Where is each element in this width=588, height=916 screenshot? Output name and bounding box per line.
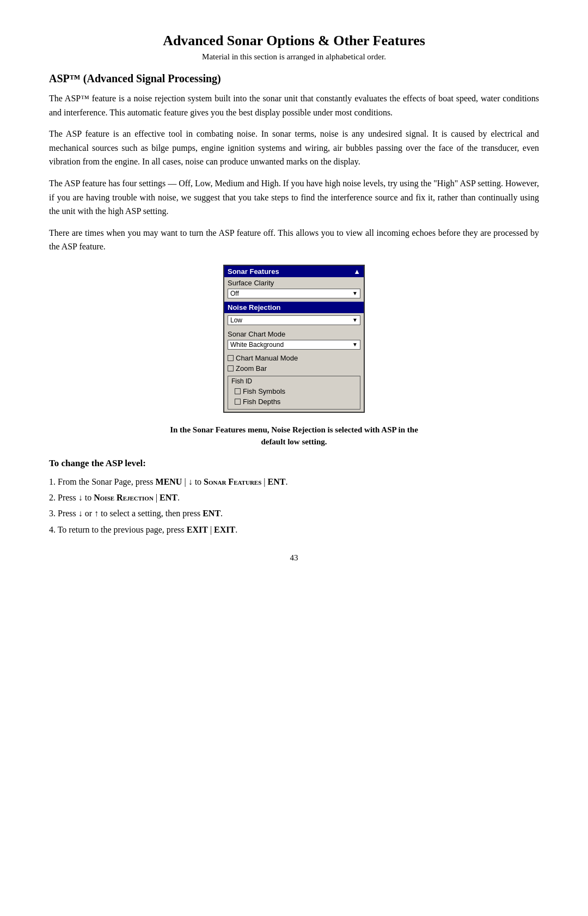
paragraph-1: The ASP™ feature is a noise rejection sy… <box>49 91 539 119</box>
sonar-chart-mode-dropdown-row[interactable]: White Background ▼ <box>224 339 364 351</box>
noise-rejection-dropdown-row[interactable]: Low ▼ <box>224 314 364 326</box>
step-1: 1. From the Sonar Page, press MENU | ↓ t… <box>49 474 539 489</box>
caption-line1: In the Sonar Features menu, Noise Reject… <box>170 425 418 434</box>
menu-caption: In the Sonar Features menu, Noise Reject… <box>49 424 539 448</box>
steps-list: 1. From the Sonar Page, press MENU | ↓ t… <box>49 474 539 537</box>
step-3: 3. Press ↓ or ↑ to select a setting, the… <box>49 506 539 521</box>
section-heading: ASP™ (Advanced Signal Processing) <box>49 72 539 85</box>
surface-clarity-dropdown[interactable]: Off ▼ <box>228 289 360 298</box>
fish-symbols-row[interactable]: Fish Symbols <box>231 386 357 396</box>
fish-symbols-label: Fish Symbols <box>243 387 285 395</box>
surface-clarity-arrow-icon: ▼ <box>352 290 358 296</box>
surface-clarity-label: Surface Clarity <box>224 277 364 288</box>
menu-title-text: Sonar Features <box>228 267 279 276</box>
fish-depths-checkbox[interactable] <box>235 399 241 405</box>
paragraph-4: There are times when you may want to tur… <box>49 226 539 254</box>
subtitle: Material in this section is arranged in … <box>49 52 539 62</box>
menu-title-bar: Sonar Features ▲ <box>224 266 364 277</box>
change-asp-heading: To change the ASP level: <box>49 458 539 469</box>
sonar-chart-mode-label: Sonar Chart Mode <box>224 328 364 339</box>
sonar-chart-mode-dropdown[interactable]: White Background ▼ <box>228 340 360 350</box>
surface-clarity-value: Off <box>230 290 239 297</box>
fish-id-label: Fish ID <box>231 377 357 385</box>
fish-depths-row[interactable]: Fish Depths <box>231 396 357 407</box>
noise-rejection-label: Noise Rejection <box>224 302 364 313</box>
noise-rejection-value: Low <box>230 316 242 324</box>
noise-rejection-dropdown[interactable]: Low ▼ <box>228 315 360 325</box>
menu-scroll-indicator: ▲ <box>353 267 360 276</box>
sonar-chart-mode-value: White Background <box>230 341 284 349</box>
zoom-bar-checkbox[interactable] <box>228 365 234 371</box>
zoom-bar-row[interactable]: Zoom Bar <box>224 363 364 374</box>
chart-manual-mode-label: Chart Manual Mode <box>236 354 298 362</box>
chart-manual-mode-row[interactable]: Chart Manual Mode <box>224 353 364 363</box>
fish-id-group: Fish ID Fish Symbols Fish Depths <box>228 376 360 410</box>
fish-symbols-checkbox[interactable] <box>235 388 241 394</box>
menu-container: Sonar Features ▲ Surface Clarity Off ▼ N… <box>49 265 539 413</box>
surface-clarity-dropdown-row[interactable]: Off ▼ <box>224 288 364 300</box>
step-2: 2. Press ↓ to Noise Rejection | ENT. <box>49 490 539 505</box>
page-title: Advanced Sonar Options & Other Features <box>49 33 539 49</box>
caption-line2: default low setting. <box>261 437 327 446</box>
chart-manual-mode-checkbox[interactable] <box>228 355 234 361</box>
sonar-features-menu: Sonar Features ▲ Surface Clarity Off ▼ N… <box>223 265 365 413</box>
noise-rejection-arrow-icon: ▼ <box>352 317 358 323</box>
page-number: 43 <box>49 553 539 563</box>
step-4: 4. To return to the previous page, press… <box>49 522 539 537</box>
zoom-bar-label: Zoom Bar <box>236 364 267 372</box>
fish-depths-label: Fish Depths <box>243 398 280 406</box>
paragraph-2: The ASP feature is an effective tool in … <box>49 127 539 169</box>
sonar-chart-mode-arrow-icon: ▼ <box>352 341 358 347</box>
paragraph-3: The ASP feature has four settings — Off,… <box>49 176 539 218</box>
